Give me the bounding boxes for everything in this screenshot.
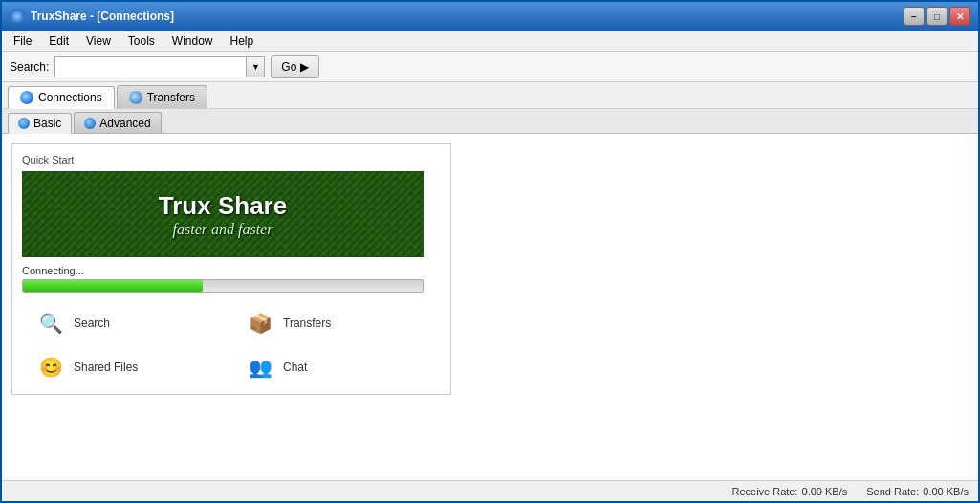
progress-bar-fill	[23, 280, 203, 292]
go-button[interactable]: Go ▶	[271, 55, 318, 78]
progress-label: Connecting...	[22, 265, 441, 276]
basic-tab-icon	[18, 118, 30, 129]
subtab-advanced[interactable]: Advanced	[74, 112, 161, 133]
menu-tools[interactable]: Tools	[120, 33, 163, 50]
basic-tab-label: Basic	[33, 117, 61, 130]
shared-files-icon: 😊	[35, 352, 66, 383]
transfers-icon: 📦	[245, 308, 275, 339]
title-bar: TruxShare - [Connections] − □ ✕	[2, 2, 978, 31]
receive-rate: Receive Rate: 0.00 KB/s	[731, 486, 847, 497]
advanced-tab-icon	[84, 118, 96, 129]
banner-subtitle: faster and faster	[173, 221, 273, 238]
menu-bar: File Edit View Tools Window Help	[2, 31, 978, 52]
search-container: ▼	[54, 56, 265, 77]
banner: Trux Share faster and faster	[22, 171, 424, 257]
quick-start-shared-files[interactable]: 😊 Shared Files	[32, 350, 222, 384]
status-bar: Receive Rate: 0.00 KB/s Send Rate: 0.00 …	[2, 480, 978, 501]
tab-transfers[interactable]: Transfers	[117, 85, 207, 108]
transfers-icon-label: Transfers	[283, 317, 331, 330]
search-icon: 🔍	[35, 308, 66, 339]
quick-start-label: Quick Start	[22, 154, 441, 165]
menu-file[interactable]: File	[6, 33, 39, 50]
search-icon-label: Search	[74, 317, 110, 330]
toolbar: Search: ▼ Go ▶	[2, 52, 978, 82]
send-rate-label: Send Rate:	[866, 486, 919, 497]
progress-bar	[22, 279, 424, 293]
transfers-tab-icon	[129, 91, 142, 104]
search-dropdown-button[interactable]: ▼	[246, 56, 265, 77]
subtab-basic[interactable]: Basic	[8, 113, 72, 134]
menu-edit[interactable]: Edit	[41, 33, 76, 50]
search-input[interactable]	[54, 56, 246, 77]
quick-start-panel: Quick Start Trux Share faster and faster…	[11, 143, 451, 395]
close-button[interactable]: ✕	[949, 7, 970, 26]
send-rate: Send Rate: 0.00 KB/s	[866, 486, 969, 497]
connections-tab-label: Connections	[38, 91, 102, 104]
chat-icon: 👥	[245, 352, 275, 383]
transfers-tab-label: Transfers	[147, 91, 195, 104]
tab-connections[interactable]: Connections	[8, 86, 115, 109]
app-icon	[10, 9, 25, 24]
window-controls: − □ ✕	[904, 7, 970, 26]
menu-view[interactable]: View	[78, 33, 119, 50]
quick-start-grid: 🔍 Search 📦 Transfers 😊 Shared Files 👥 Ch…	[22, 306, 441, 384]
receive-rate-label: Receive Rate:	[731, 486, 797, 497]
advanced-tab-label: Advanced	[99, 117, 150, 130]
quick-start-transfers[interactable]: 📦 Transfers	[241, 306, 431, 340]
receive-rate-value: 0.00 KB/s	[802, 486, 848, 497]
send-rate-value: 0.00 KB/s	[923, 486, 969, 497]
shared-files-icon-label: Shared Files	[74, 361, 138, 374]
quick-start-search[interactable]: 🔍 Search	[32, 306, 222, 340]
banner-title: Trux Share	[159, 191, 287, 221]
content-area: Quick Start Trux Share faster and faster…	[2, 134, 978, 480]
window-title: TruxShare - [Connections]	[31, 10, 904, 23]
chat-icon-label: Chat	[283, 361, 307, 374]
menu-window[interactable]: Window	[164, 33, 221, 50]
quick-start-chat[interactable]: 👥 Chat	[241, 350, 431, 384]
menu-help[interactable]: Help	[223, 33, 262, 50]
search-label: Search:	[10, 60, 49, 74]
minimize-button[interactable]: −	[904, 7, 925, 26]
sub-tab-bar: Basic Advanced	[2, 109, 978, 134]
restore-button[interactable]: □	[926, 7, 947, 26]
connections-tab-icon	[20, 91, 33, 104]
main-tab-bar: Connections Transfers	[2, 82, 978, 109]
